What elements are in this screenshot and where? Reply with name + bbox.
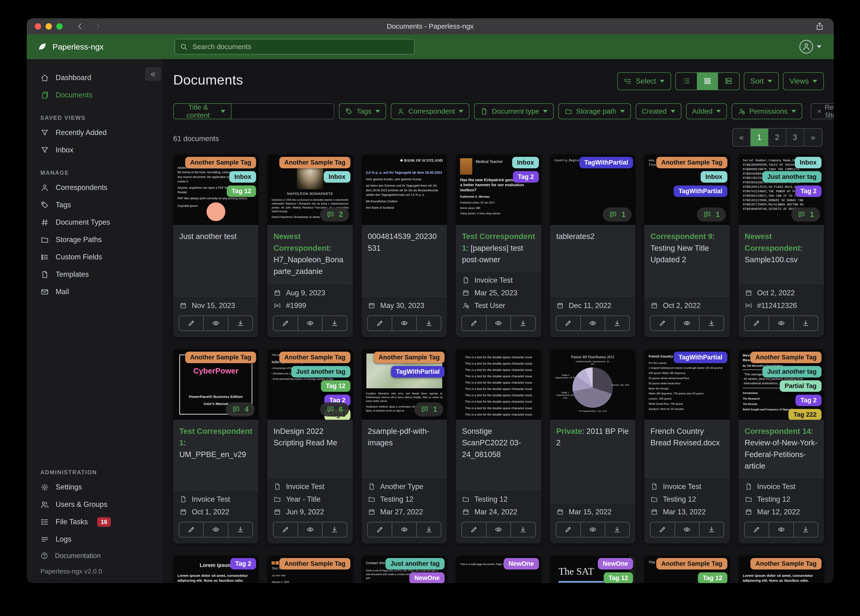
tag-pill-inbox[interactable]: Inbox xyxy=(512,157,539,168)
tag-pill-inbox[interactable]: Inbox xyxy=(701,171,727,183)
tag-pill-partial-tag[interactable]: Partial Tag xyxy=(780,380,821,392)
document-card[interactable]: NAPOLEON BONAPARTEUrodzony w 1769 roku n… xyxy=(267,154,353,337)
tag-pill-tag-12[interactable]: Tag 12 xyxy=(321,380,350,392)
list-view-button[interactable] xyxy=(676,73,697,90)
select-button[interactable]: Select xyxy=(617,72,671,90)
tag-pill-tag-2[interactable]: Tag 2 xyxy=(796,185,821,197)
sidebar-item-document-types[interactable]: Document Types xyxy=(27,214,163,231)
reset-filters-button[interactable]: × Reset filters xyxy=(811,103,834,119)
back-icon[interactable] xyxy=(76,22,84,30)
view-button[interactable] xyxy=(581,522,605,537)
edit-button[interactable] xyxy=(179,316,204,330)
edit-button[interactable] xyxy=(556,316,581,330)
view-button[interactable] xyxy=(675,316,700,330)
pagination-next[interactable]: » xyxy=(804,129,822,146)
notes-badge[interactable]: 2 xyxy=(320,207,349,222)
notes-badge[interactable]: 1 xyxy=(603,207,632,222)
edit-button[interactable] xyxy=(179,522,204,537)
document-card[interactable]: The SATPractice Test #1Make time to take… xyxy=(550,556,636,583)
download-button[interactable] xyxy=(511,316,535,330)
tag-pill-another-sample-tag[interactable]: Another Sample Tag xyxy=(185,352,256,363)
view-button[interactable] xyxy=(581,316,605,330)
document-card[interactable]: Review of ... of Arbitral Awards shows S… xyxy=(739,349,824,544)
tag-pill-tag-222[interactable]: Tag 222 xyxy=(788,409,821,420)
close-button[interactable] xyxy=(35,23,41,30)
tag-pill-tag-12[interactable]: Tag 12 xyxy=(604,572,633,583)
document-card[interactable]: This is a multi page document. Page 1.Ne… xyxy=(456,556,541,583)
document-title[interactable]: Newest Correspondent: H7_Napoleon_Bonapa… xyxy=(267,225,353,284)
tag-pill-tagwithpartial[interactable]: TagWithPartial xyxy=(674,352,727,363)
document-title[interactable]: tablerates2 xyxy=(550,225,636,297)
view-button[interactable] xyxy=(392,522,417,537)
notes-badge[interactable]: 4 xyxy=(226,402,255,416)
tag-pill-tagwithpartial[interactable]: TagWithPartial xyxy=(579,157,633,168)
edit-button[interactable] xyxy=(273,316,298,330)
tag-pill-another-sample-tag[interactable]: Another Sample Tag xyxy=(374,352,445,363)
document-card[interactable]: Lorem ipsumLorem ipsum dolor sit amet, c… xyxy=(739,556,824,583)
document-title[interactable]: Newest Correspondent: Sample100.csv xyxy=(739,225,824,284)
sidebar-item-correspondents[interactable]: Correspondents xyxy=(27,179,163,196)
download-button[interactable] xyxy=(322,522,347,537)
download-button[interactable] xyxy=(605,316,629,330)
view-button[interactable] xyxy=(298,316,322,330)
tag-pill-tag-2[interactable]: Tag 2 xyxy=(796,394,821,406)
tag-pill-newone[interactable]: NewOne xyxy=(504,558,539,569)
pagination-page-1[interactable]: 1 xyxy=(751,129,769,146)
tag-pill-just-another-tag[interactable]: Just another tag xyxy=(762,171,821,183)
document-title[interactable]: Test Correspondent 1: UM_PPBE_en_v29 xyxy=(173,420,259,490)
sidebar-item-users-groups[interactable]: Users & Groups xyxy=(27,496,163,513)
edit-button[interactable] xyxy=(650,316,675,330)
edit-button[interactable] xyxy=(650,522,675,537)
tag-pill-inbox[interactable]: Inbox xyxy=(324,171,350,183)
sidebar-item-settings[interactable]: Settings xyxy=(27,478,163,496)
document-card[interactable]: ❖ BANK OF SCOTLAND2,0 % p. a. auf Ihr Ta… xyxy=(362,154,447,337)
pagination-page-3[interactable]: 3 xyxy=(786,129,804,146)
view-button[interactable] xyxy=(486,316,511,330)
download-button[interactable] xyxy=(417,522,441,537)
grid-view-button[interactable] xyxy=(697,73,718,90)
sidebar-item-dashboard[interactable]: Dashboard xyxy=(27,69,163,86)
document-card[interactable]: Curabitur bibendum ante urna, sed blandi… xyxy=(362,349,447,544)
edit-button[interactable] xyxy=(273,522,298,537)
detail-view-button[interactable] xyxy=(718,73,739,90)
sidebar-collapse-button[interactable]: « xyxy=(145,67,161,81)
tag-pill-another-sample-tag[interactable]: Another Sample Tag xyxy=(185,157,256,168)
notes-badge[interactable]: 1 xyxy=(697,207,726,222)
sidebar-item-custom-fields[interactable]: Custom Fields xyxy=(27,248,163,266)
document-title[interactable]: Test Correspondent 1: [paperless] test p… xyxy=(456,225,541,271)
document-title[interactable]: 2sample-pdf-with-images xyxy=(362,420,447,478)
view-button[interactable] xyxy=(675,522,700,537)
correspondent-link[interactable]: Correspondent 9 xyxy=(650,232,712,240)
sort-button[interactable]: Sort xyxy=(744,72,779,90)
title-content-dropdown[interactable]: Title & content xyxy=(173,103,231,119)
correspondent-link[interactable]: Newest Correspondent xyxy=(745,232,800,252)
added-filter-button[interactable]: Added xyxy=(686,103,727,119)
tag-pill-just-another-tag[interactable]: Just another tag xyxy=(762,366,821,377)
minimize-button[interactable] xyxy=(46,23,52,30)
document-title[interactable]: InDesign 2022 Scripting Read Me xyxy=(267,420,353,478)
user-menu-button[interactable] xyxy=(799,40,821,53)
sidebar-item-storage-paths[interactable]: Storage Paths xyxy=(27,231,163,248)
document-title[interactable]: 0004814539_20230531 xyxy=(362,225,447,297)
views-button[interactable]: Views xyxy=(783,72,824,90)
tag-pill-tagwithpartial[interactable]: TagWithPartial xyxy=(674,185,727,197)
tag-pill-newone[interactable]: NewOne xyxy=(410,572,444,583)
sidebar-item-templates[interactable]: Templates xyxy=(27,266,163,283)
pagination-page-2[interactable]: 2 xyxy=(769,129,786,146)
tag-pill-just-another-tag[interactable]: Just another tag xyxy=(291,366,350,377)
tag-pill-tagwithpartial[interactable]: TagWithPartial xyxy=(391,366,445,377)
document-card[interactable]: Adobe Acrobat PDF FilesAdobe® Portable D… xyxy=(173,154,259,337)
document-title[interactable]: Private: 2011 BP Pie 2 xyxy=(550,420,636,503)
title-content-input[interactable] xyxy=(231,103,334,119)
document-card[interactable]: CyberPowerPowerPanel® Business EditionUs… xyxy=(173,349,259,544)
document-card[interactable]: Medical TeacherHas the new Kirkpatrick g… xyxy=(456,154,541,337)
storage-path-filter-button[interactable]: Storage path xyxy=(559,103,631,119)
download-button[interactable] xyxy=(700,522,723,537)
document-title[interactable]: French Country Bread Revised.docx xyxy=(644,420,730,478)
notes-badge[interactable]: 1 xyxy=(414,402,443,416)
document-card[interactable]: Contact Sheet DemoGiven a set of image f… xyxy=(362,556,447,583)
download-button[interactable] xyxy=(700,316,723,330)
document-card[interactable]: This document contains the following inf… xyxy=(267,349,353,544)
sidebar-item-tags[interactable]: Tags xyxy=(27,196,163,214)
pagination-prev[interactable]: « xyxy=(733,129,751,146)
